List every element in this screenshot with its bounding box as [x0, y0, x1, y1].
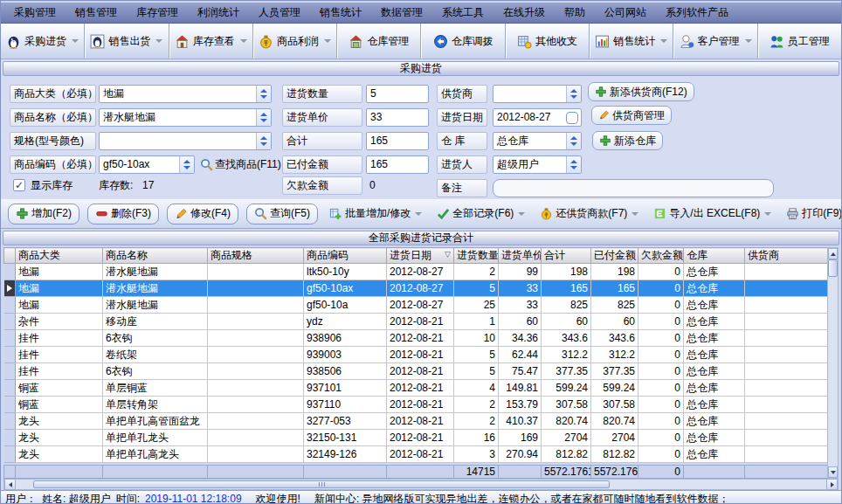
row-marker[interactable]: [4, 280, 16, 297]
row-marker[interactable]: [4, 347, 16, 363]
table-cell[interactable]: 挂件: [16, 347, 103, 363]
table-cell[interactable]: 龙头: [16, 446, 103, 463]
table-cell[interactable]: 165: [591, 280, 638, 297]
table-cell[interactable]: gf50-10a: [304, 297, 387, 314]
table-cell[interactable]: [745, 363, 828, 380]
table-cell[interactable]: 410.37: [499, 413, 542, 430]
table-cell[interactable]: [208, 397, 304, 413]
table-cell[interactable]: 307.58: [542, 397, 591, 413]
menu-product-series[interactable]: 系列软件产品: [656, 3, 738, 23]
table-cell[interactable]: 939003: [304, 347, 387, 363]
table-cell[interactable]: 总仓库: [684, 264, 745, 280]
table-cell[interactable]: 铜蓝: [16, 397, 103, 413]
column-header[interactable]: 供货商: [745, 248, 828, 264]
table-cell[interactable]: 16: [454, 430, 499, 446]
table-cell[interactable]: 0: [638, 446, 684, 463]
table-cell[interactable]: 32149-126: [304, 446, 387, 463]
find-product-link[interactable]: 查找商品(F11): [200, 155, 281, 174]
table-cell[interactable]: 0: [638, 397, 684, 413]
tb-sales-stat[interactable]: 销售统计: [590, 24, 673, 59]
calendar-button[interactable]: [566, 112, 578, 124]
vertical-scrollbar[interactable]: [827, 247, 839, 479]
manage-supplier-button[interactable]: 供货商管理: [591, 106, 672, 125]
table-cell[interactable]: 单把单孔高管面盆龙: [103, 413, 208, 430]
table-cell[interactable]: 60: [591, 314, 638, 330]
row-marker[interactable]: [4, 380, 16, 397]
table-cell[interactable]: 33: [499, 280, 542, 297]
menu-sales-mgmt[interactable]: 销售管理: [66, 3, 127, 23]
spec-combobox[interactable]: [99, 132, 272, 150]
table-cell[interactable]: 铜蓝: [16, 380, 103, 397]
table-cell[interactable]: 62.44: [499, 347, 542, 363]
table-cell[interactable]: 总仓库: [684, 446, 745, 463]
table-row[interactable]: 挂件6衣钩9389062012-08-211034.36343.6343.60总…: [4, 330, 828, 347]
product-code-combobox[interactable]: gf50-10ax: [99, 155, 195, 174]
column-header[interactable]: 合计: [542, 248, 591, 264]
menu-company-site[interactable]: 公司网站: [595, 3, 656, 23]
table-cell[interactable]: 307.58: [591, 397, 638, 413]
tb-inventory-view[interactable]: 库存查看: [169, 24, 253, 59]
table-cell[interactable]: [208, 413, 304, 430]
table-cell[interactable]: 2012-08-21: [387, 430, 454, 446]
table-cell[interactable]: [208, 280, 304, 297]
table-cell[interactable]: 599.24: [591, 380, 638, 397]
chevron-down-icon[interactable]: [660, 39, 667, 43]
table-cell[interactable]: [745, 330, 828, 347]
table-row[interactable]: 地漏潜水艇地漏gf50-10ax2012-08-275331651650总仓库: [4, 280, 828, 297]
row-marker[interactable]: [4, 430, 16, 446]
table-cell[interactable]: [208, 446, 304, 463]
price-input[interactable]: 33: [366, 108, 429, 127]
column-header[interactable]: 商品名称: [103, 248, 208, 264]
table-row[interactable]: 挂件6衣钩9385062012-08-21575.47377.35377.350…: [4, 363, 828, 380]
table-cell[interactable]: 6衣钩: [103, 330, 208, 347]
table-cell[interactable]: 270.94: [499, 446, 542, 463]
spinner-icon[interactable]: [256, 133, 271, 149]
table-cell[interactable]: ltk50-10y: [304, 264, 387, 280]
menu-inventory-mgmt[interactable]: 库存管理: [127, 3, 188, 23]
table-cell[interactable]: 3277-053: [304, 413, 387, 430]
act-print[interactable]: 打印(F9): [783, 204, 842, 224]
table-cell[interactable]: 6衣钩: [103, 363, 208, 380]
table-cell[interactable]: [745, 430, 828, 446]
table-row[interactable]: 杂件移动座ydz2012-08-2116060600总仓库: [4, 314, 828, 330]
table-cell[interactable]: 149.81: [499, 380, 542, 397]
table-cell[interactable]: 377.35: [591, 363, 638, 380]
chevron-down-icon[interactable]: [240, 39, 247, 43]
table-cell[interactable]: 卷纸架: [103, 347, 208, 363]
table-cell[interactable]: 599.24: [542, 380, 591, 397]
product-name-combobox[interactable]: 潜水艇地漏: [99, 108, 272, 127]
table-cell[interactable]: 总仓库: [684, 347, 745, 363]
table-row[interactable]: 铜蓝单层铜蓝9371012012-08-214149.81599.24599.2…: [4, 380, 828, 397]
column-header[interactable]: 欠款金额: [638, 248, 684, 264]
column-header[interactable]: 商品规格: [208, 248, 304, 264]
table-cell[interactable]: 2: [454, 397, 499, 413]
table-cell[interactable]: 单层转角架: [103, 397, 208, 413]
table-cell[interactable]: 总仓库: [684, 330, 745, 347]
table-cell[interactable]: 2: [454, 413, 499, 430]
table-cell[interactable]: ydz: [304, 314, 387, 330]
menu-online-upgrade[interactable]: 在线升级: [493, 3, 555, 23]
horizontal-scrollbar[interactable]: [3, 479, 839, 490]
table-cell[interactable]: 75.47: [499, 363, 542, 380]
tb-warehouse-mgmt[interactable]: 仓库管理: [337, 24, 421, 59]
table-cell[interactable]: 总仓库: [684, 397, 745, 413]
table-cell[interactable]: 5: [454, 347, 499, 363]
table-cell[interactable]: 33: [499, 297, 542, 314]
table-cell[interactable]: 937101: [304, 380, 387, 397]
row-marker[interactable]: [4, 264, 16, 280]
table-row[interactable]: 龙头单把单孔高龙头32149-1262012-08-213270.94812.8…: [4, 446, 828, 463]
table-cell[interactable]: 0: [638, 330, 684, 347]
supplier-combobox[interactable]: [493, 85, 582, 103]
table-cell[interactable]: [745, 380, 828, 397]
act-add[interactable]: 增加(F2): [8, 204, 79, 224]
act-all-records[interactable]: 全部记录(F6): [433, 204, 528, 224]
column-header[interactable]: 仓库: [684, 248, 745, 264]
table-cell[interactable]: 龙头: [16, 413, 103, 430]
scroll-right-button[interactable]: [826, 479, 838, 490]
vertical-scroll-thumb[interactable]: [828, 259, 838, 277]
table-cell[interactable]: [745, 446, 828, 463]
menu-data-mgmt[interactable]: 数据管理: [371, 3, 432, 23]
menu-system-tools[interactable]: 系统工具: [432, 3, 493, 23]
menu-help[interactable]: 帮助: [555, 3, 595, 23]
table-cell[interactable]: 153.79: [499, 397, 542, 413]
